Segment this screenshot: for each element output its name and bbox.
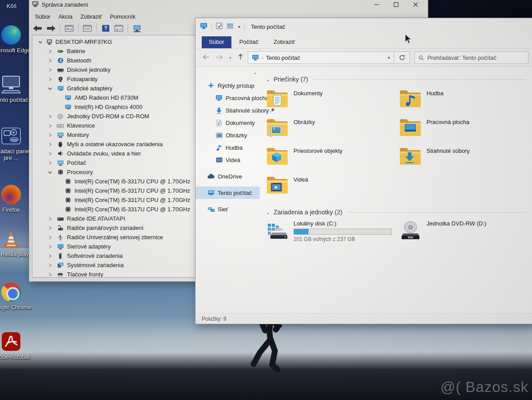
sidebar-item-sie-[interactable]: Sieť <box>196 203 260 215</box>
sidebar-item-pracovn-plocha[interactable]: Pracovná plocha <box>196 92 260 104</box>
menu-pomocník[interactable]: Pomocník <box>106 12 140 21</box>
item-count: Položky: 9 <box>202 316 226 322</box>
explorer-window-title: Tento počítač <box>251 23 285 30</box>
sidebar-item-label: Tento počítač <box>218 190 252 196</box>
chevron-collapsed-icon[interactable] <box>47 244 53 249</box>
chevron-collapsed-icon[interactable] <box>47 77 53 82</box>
recent-locations-icon[interactable]: ▾ <box>229 55 231 60</box>
chevron-collapsed-icon[interactable] <box>47 272 53 277</box>
address-dropdown-icon[interactable]: ▾ <box>388 55 391 61</box>
sidebar-scroll-chevron-icon[interactable]: ⌄ <box>253 70 257 75</box>
back-icon[interactable] <box>32 23 43 34</box>
desktop-icon-recycle-bin-label[interactable]: Kôš <box>1 3 22 9</box>
usb-device-icon <box>57 234 64 241</box>
chevron-collapsed-icon[interactable] <box>47 151 53 156</box>
chevron-collapsed-icon[interactable] <box>47 263 53 268</box>
chevron-collapsed-icon[interactable] <box>47 253 53 259</box>
device-props-icon[interactable] <box>63 23 75 34</box>
chevron-collapsed-icon[interactable] <box>47 49 53 54</box>
chevron-collapsed-icon[interactable] <box>47 123 53 128</box>
devices-section-header[interactable]: ⌄ Zariadenia a jednotky (2) <box>266 209 532 216</box>
drive-capacity-bar <box>293 229 392 235</box>
desktop-icon-label: Google Chrome <box>0 304 34 311</box>
menu-súbor[interactable]: Súbor <box>31 12 55 21</box>
device-manager-titlebar[interactable]: Správca zariadení <box>29 0 428 11</box>
maximize-button[interactable] <box>386 0 406 10</box>
chevron-collapsed-icon[interactable] <box>47 132 53 138</box>
tree-item-label: Počítač <box>67 159 86 166</box>
tab-zobraziť[interactable]: Zobraziť <box>266 36 302 48</box>
search-input[interactable] <box>427 54 524 61</box>
folder-tile-stiahnut-s-bory[interactable]: Stiahnuté súbory <box>399 145 532 174</box>
window-icon[interactable] <box>82 23 93 34</box>
sidebar-item-r-chly-pr-stup[interactable]: Rýchly prístup <box>196 79 260 92</box>
chevron-expanded-icon[interactable] <box>47 170 53 175</box>
camera-device-icon <box>57 76 64 82</box>
chevron-expanded-icon[interactable] <box>38 39 43 45</box>
desktop-icon-chrome[interactable]: Google Chrome <box>0 282 34 311</box>
folder-tile-vide-[interactable]: Videá <box>266 174 399 202</box>
tree-item-label: Monitory <box>67 132 89 138</box>
collapse-chevron-icon2[interactable]: ⌄ <box>266 210 270 215</box>
drive-tile-lok-lny-disk-c-[interactable]: Lokálny disk (C:)201 GB voľných z 237 GB <box>266 220 399 252</box>
help-icon[interactable]: ? <box>100 23 111 34</box>
minimize-button[interactable] <box>367 0 386 10</box>
drive-tile-jednotka-dvd-rw-d-[interactable]: DVDJednotka DVD-RW (D:) <box>399 220 532 252</box>
folder-tile-pracovn-plocha[interactable]: Pracovná plocha <box>399 116 532 145</box>
folders-section-header[interactable]: ⌄ Priečinky (7) <box>266 76 532 83</box>
svg-text:intel: intel <box>12 138 17 141</box>
sidebar-item-onedrive[interactable]: OneDrive <box>196 170 260 183</box>
chevron-collapsed-icon[interactable] <box>47 216 53 221</box>
breadcrumb-chevron: › <box>262 55 263 60</box>
desktop-icon-label: Adobe Acrobat <box>0 353 34 360</box>
forward-icon[interactable] <box>216 54 223 62</box>
sidebar-item-dokumenty[interactable]: Dokumenty <box>196 117 260 129</box>
toolbar-separator <box>78 24 78 33</box>
chevron-collapsed-icon[interactable] <box>47 235 53 240</box>
properties-check-icon[interactable] <box>216 23 223 31</box>
collapse-chevron-icon[interactable]: ⌄ <box>266 77 270 82</box>
qat-dropdown-icon[interactable]: ▾ <box>238 24 240 29</box>
forward-icon[interactable] <box>45 23 57 34</box>
folder-tile-obr-zky[interactable]: Obrázky <box>266 116 399 145</box>
file-explorer-window: ▾ Tento počítač SúborPočítačZobraziť ▾ ›… <box>195 18 532 324</box>
sidebar-item-tento-po-ta-[interactable]: Tento počítač <box>196 186 260 199</box>
tab-počítač[interactable]: Počítač <box>232 36 266 48</box>
folder-tile-dokumenty[interactable]: Dokumenty <box>266 87 399 116</box>
computer-icon[interactable] <box>131 23 143 34</box>
folder-tile-priestorov-objekty[interactable]: Priestorové objekty <box>266 145 399 174</box>
back-icon[interactable] <box>203 54 210 62</box>
search-box[interactable] <box>415 51 528 64</box>
breadcrumb[interactable]: › Tento počítač ▾ <box>248 51 394 64</box>
mouse-device-icon <box>57 141 64 148</box>
close-button[interactable] <box>406 0 425 10</box>
chevron-collapsed-icon[interactable] <box>47 142 53 147</box>
desktop-icon-acrobat[interactable]: Adobe Acrobat <box>0 331 34 360</box>
menu-zobraziť[interactable]: Zobraziť <box>77 12 106 21</box>
tab-súbor[interactable]: Súbor <box>202 36 231 48</box>
up-icon[interactable] <box>238 54 243 62</box>
doc-icon <box>215 120 223 126</box>
chevron-collapsed-icon[interactable] <box>47 58 53 63</box>
menu-akcia[interactable]: Akcia <box>55 12 77 21</box>
sidebar-item-obr-zky[interactable]: Obrázky <box>196 129 260 141</box>
chevron-collapsed-icon[interactable] <box>47 160 53 166</box>
scan-icon[interactable] <box>113 23 125 34</box>
drives-grid: Lokálny disk (C:)201 GB voľných z 237 GB… <box>266 220 532 252</box>
chevron-expanded-icon[interactable] <box>47 86 53 91</box>
chevron-collapsed-icon[interactable] <box>47 114 53 119</box>
refresh-button[interactable] <box>394 51 410 64</box>
sidebar-item-label: Sieť <box>218 206 228 213</box>
new-folder-icon[interactable] <box>227 23 234 31</box>
star-icon <box>207 82 215 89</box>
sidebar-item-hudba[interactable]: Hudba <box>196 141 260 154</box>
display-device-icon <box>64 104 71 110</box>
chevron-collapsed-icon[interactable] <box>47 225 53 231</box>
sidebar-item-vide-[interactable]: Videá <box>196 154 260 166</box>
explorer-titlebar[interactable]: ▾ Tento počítač <box>196 18 532 35</box>
tree-item-label: Intel(R) HD Graphics 4000 <box>74 104 142 110</box>
chevron-collapsed-icon[interactable] <box>47 67 53 73</box>
folder-tile-hudba[interactable]: Hudba <box>399 87 532 116</box>
drive-label: Jednotka DVD-RW (D:) <box>426 220 525 227</box>
sidebar-item-stiahnut-s-bory[interactable]: Stiahnuté súbory <box>196 104 260 117</box>
